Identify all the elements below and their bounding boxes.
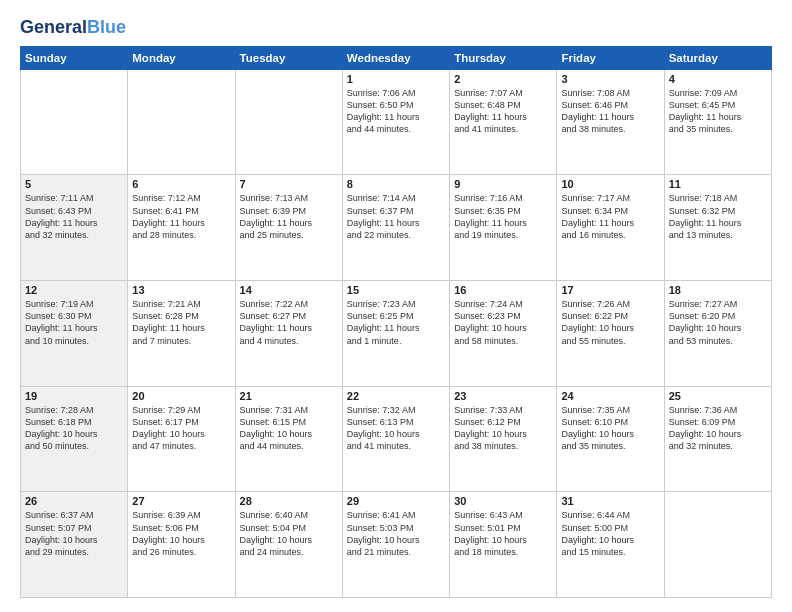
day-number: 22	[347, 390, 445, 402]
calendar-cell	[664, 492, 771, 598]
day-number: 29	[347, 495, 445, 507]
calendar-cell: 13Sunrise: 7:21 AM Sunset: 6:28 PM Dayli…	[128, 281, 235, 387]
calendar-week-5: 26Sunrise: 6:37 AM Sunset: 5:07 PM Dayli…	[21, 492, 772, 598]
calendar-cell: 23Sunrise: 7:33 AM Sunset: 6:12 PM Dayli…	[450, 386, 557, 492]
weekday-header-saturday: Saturday	[664, 46, 771, 69]
calendar-cell: 18Sunrise: 7:27 AM Sunset: 6:20 PM Dayli…	[664, 281, 771, 387]
day-number: 4	[669, 73, 767, 85]
day-number: 17	[561, 284, 659, 296]
day-number: 9	[454, 178, 552, 190]
calendar-cell: 17Sunrise: 7:26 AM Sunset: 6:22 PM Dayli…	[557, 281, 664, 387]
calendar-cell: 6Sunrise: 7:12 AM Sunset: 6:41 PM Daylig…	[128, 175, 235, 281]
calendar-cell: 29Sunrise: 6:41 AM Sunset: 5:03 PM Dayli…	[342, 492, 449, 598]
day-number: 1	[347, 73, 445, 85]
calendar-cell: 20Sunrise: 7:29 AM Sunset: 6:17 PM Dayli…	[128, 386, 235, 492]
calendar-cell: 26Sunrise: 6:37 AM Sunset: 5:07 PM Dayli…	[21, 492, 128, 598]
day-info: Sunrise: 7:09 AM Sunset: 6:45 PM Dayligh…	[669, 87, 767, 136]
day-info: Sunrise: 7:12 AM Sunset: 6:41 PM Dayligh…	[132, 192, 230, 241]
calendar-week-1: 1Sunrise: 7:06 AM Sunset: 6:50 PM Daylig…	[21, 69, 772, 175]
weekday-header-wednesday: Wednesday	[342, 46, 449, 69]
calendar-cell: 8Sunrise: 7:14 AM Sunset: 6:37 PM Daylig…	[342, 175, 449, 281]
day-info: Sunrise: 7:31 AM Sunset: 6:15 PM Dayligh…	[240, 404, 338, 453]
weekday-header-thursday: Thursday	[450, 46, 557, 69]
day-number: 24	[561, 390, 659, 402]
day-number: 25	[669, 390, 767, 402]
day-number: 21	[240, 390, 338, 402]
calendar-cell	[128, 69, 235, 175]
calendar-cell: 14Sunrise: 7:22 AM Sunset: 6:27 PM Dayli…	[235, 281, 342, 387]
day-info: Sunrise: 7:14 AM Sunset: 6:37 PM Dayligh…	[347, 192, 445, 241]
day-number: 7	[240, 178, 338, 190]
day-number: 26	[25, 495, 123, 507]
day-number: 19	[25, 390, 123, 402]
day-number: 8	[347, 178, 445, 190]
day-number: 2	[454, 73, 552, 85]
day-info: Sunrise: 6:44 AM Sunset: 5:00 PM Dayligh…	[561, 509, 659, 558]
calendar-week-2: 5Sunrise: 7:11 AM Sunset: 6:43 PM Daylig…	[21, 175, 772, 281]
logo-text: GeneralBlue	[20, 18, 126, 38]
day-info: Sunrise: 6:40 AM Sunset: 5:04 PM Dayligh…	[240, 509, 338, 558]
calendar-cell: 19Sunrise: 7:28 AM Sunset: 6:18 PM Dayli…	[21, 386, 128, 492]
calendar-cell: 1Sunrise: 7:06 AM Sunset: 6:50 PM Daylig…	[342, 69, 449, 175]
calendar-week-3: 12Sunrise: 7:19 AM Sunset: 6:30 PM Dayli…	[21, 281, 772, 387]
day-number: 31	[561, 495, 659, 507]
day-number: 20	[132, 390, 230, 402]
day-info: Sunrise: 7:11 AM Sunset: 6:43 PM Dayligh…	[25, 192, 123, 241]
day-info: Sunrise: 7:26 AM Sunset: 6:22 PM Dayligh…	[561, 298, 659, 347]
calendar-week-4: 19Sunrise: 7:28 AM Sunset: 6:18 PM Dayli…	[21, 386, 772, 492]
calendar-cell: 10Sunrise: 7:17 AM Sunset: 6:34 PM Dayli…	[557, 175, 664, 281]
day-info: Sunrise: 6:39 AM Sunset: 5:06 PM Dayligh…	[132, 509, 230, 558]
day-info: Sunrise: 7:18 AM Sunset: 6:32 PM Dayligh…	[669, 192, 767, 241]
calendar-cell: 2Sunrise: 7:07 AM Sunset: 6:48 PM Daylig…	[450, 69, 557, 175]
day-info: Sunrise: 7:19 AM Sunset: 6:30 PM Dayligh…	[25, 298, 123, 347]
calendar-cell: 15Sunrise: 7:23 AM Sunset: 6:25 PM Dayli…	[342, 281, 449, 387]
day-info: Sunrise: 6:37 AM Sunset: 5:07 PM Dayligh…	[25, 509, 123, 558]
day-number: 12	[25, 284, 123, 296]
day-info: Sunrise: 7:27 AM Sunset: 6:20 PM Dayligh…	[669, 298, 767, 347]
day-info: Sunrise: 7:13 AM Sunset: 6:39 PM Dayligh…	[240, 192, 338, 241]
day-number: 27	[132, 495, 230, 507]
calendar-cell: 7Sunrise: 7:13 AM Sunset: 6:39 PM Daylig…	[235, 175, 342, 281]
day-number: 13	[132, 284, 230, 296]
day-info: Sunrise: 7:06 AM Sunset: 6:50 PM Dayligh…	[347, 87, 445, 136]
day-info: Sunrise: 6:43 AM Sunset: 5:01 PM Dayligh…	[454, 509, 552, 558]
day-number: 16	[454, 284, 552, 296]
logo-accent: Blue	[87, 17, 126, 37]
weekday-header-monday: Monday	[128, 46, 235, 69]
day-number: 23	[454, 390, 552, 402]
day-info: Sunrise: 7:36 AM Sunset: 6:09 PM Dayligh…	[669, 404, 767, 453]
weekday-header-row: SundayMondayTuesdayWednesdayThursdayFrid…	[21, 46, 772, 69]
calendar-cell: 4Sunrise: 7:09 AM Sunset: 6:45 PM Daylig…	[664, 69, 771, 175]
day-number: 15	[347, 284, 445, 296]
weekday-header-tuesday: Tuesday	[235, 46, 342, 69]
day-info: Sunrise: 7:07 AM Sunset: 6:48 PM Dayligh…	[454, 87, 552, 136]
calendar-table: SundayMondayTuesdayWednesdayThursdayFrid…	[20, 46, 772, 598]
day-number: 18	[669, 284, 767, 296]
day-info: Sunrise: 7:22 AM Sunset: 6:27 PM Dayligh…	[240, 298, 338, 347]
day-info: Sunrise: 7:16 AM Sunset: 6:35 PM Dayligh…	[454, 192, 552, 241]
weekday-header-friday: Friday	[557, 46, 664, 69]
day-info: Sunrise: 7:32 AM Sunset: 6:13 PM Dayligh…	[347, 404, 445, 453]
page-header: GeneralBlue	[20, 18, 772, 38]
day-info: Sunrise: 7:29 AM Sunset: 6:17 PM Dayligh…	[132, 404, 230, 453]
day-info: Sunrise: 7:17 AM Sunset: 6:34 PM Dayligh…	[561, 192, 659, 241]
day-info: Sunrise: 7:24 AM Sunset: 6:23 PM Dayligh…	[454, 298, 552, 347]
day-number: 5	[25, 178, 123, 190]
calendar-cell: 22Sunrise: 7:32 AM Sunset: 6:13 PM Dayli…	[342, 386, 449, 492]
calendar-cell: 9Sunrise: 7:16 AM Sunset: 6:35 PM Daylig…	[450, 175, 557, 281]
day-number: 6	[132, 178, 230, 190]
calendar-cell: 25Sunrise: 7:36 AM Sunset: 6:09 PM Dayli…	[664, 386, 771, 492]
calendar-cell: 24Sunrise: 7:35 AM Sunset: 6:10 PM Dayli…	[557, 386, 664, 492]
calendar-cell: 3Sunrise: 7:08 AM Sunset: 6:46 PM Daylig…	[557, 69, 664, 175]
day-number: 28	[240, 495, 338, 507]
calendar-cell: 28Sunrise: 6:40 AM Sunset: 5:04 PM Dayli…	[235, 492, 342, 598]
logo: GeneralBlue	[20, 18, 126, 38]
day-info: Sunrise: 7:21 AM Sunset: 6:28 PM Dayligh…	[132, 298, 230, 347]
calendar-cell: 27Sunrise: 6:39 AM Sunset: 5:06 PM Dayli…	[128, 492, 235, 598]
day-info: Sunrise: 7:35 AM Sunset: 6:10 PM Dayligh…	[561, 404, 659, 453]
calendar-cell: 16Sunrise: 7:24 AM Sunset: 6:23 PM Dayli…	[450, 281, 557, 387]
day-info: Sunrise: 6:41 AM Sunset: 5:03 PM Dayligh…	[347, 509, 445, 558]
calendar-cell: 11Sunrise: 7:18 AM Sunset: 6:32 PM Dayli…	[664, 175, 771, 281]
day-number: 11	[669, 178, 767, 190]
day-number: 3	[561, 73, 659, 85]
